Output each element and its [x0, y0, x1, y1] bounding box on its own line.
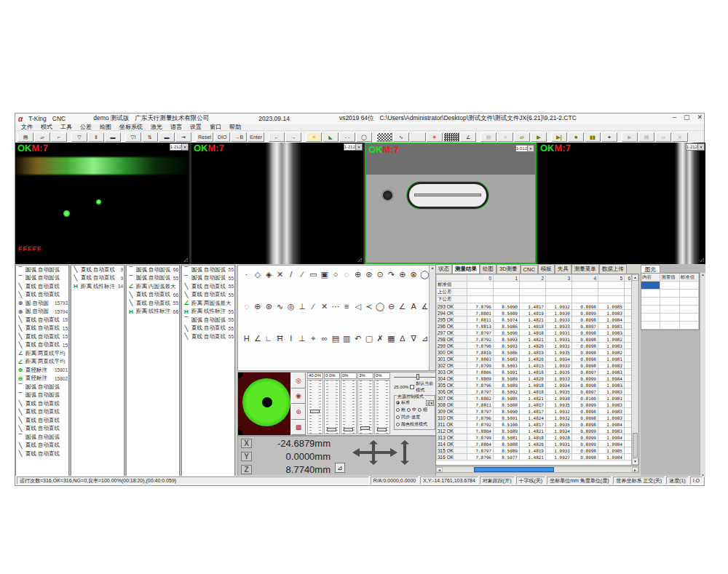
- measure-tool-icon[interactable]: Ħ: [274, 334, 285, 343]
- goto-end-button[interactable]: ⇥: [175, 132, 191, 142]
- table-vertical-scrollbar[interactable]: ▲ ▼: [631, 274, 638, 465]
- tools-button[interactable]: ✦: [601, 132, 617, 142]
- measure-item[interactable]: ╲直线自动直线66: [127, 291, 179, 300]
- measure-item[interactable]: ⊖直径标注15801: [16, 366, 68, 375]
- measure-tool-icon[interactable]: ◁: [352, 302, 363, 311]
- scrollbar-thumb[interactable]: [474, 467, 554, 472]
- element-row[interactable]: [641, 306, 699, 314]
- measure-item[interactable]: ╲直线自动直线: [16, 416, 68, 425]
- measure-item[interactable]: ╲直线自动直线: [16, 442, 68, 450]
- magnifier-button[interactable]: ◯: [356, 132, 372, 142]
- light-slider-thumb[interactable]: [377, 428, 387, 431]
- measure-tool-icon[interactable]: ≺: [363, 302, 374, 311]
- measure-item[interactable]: ╲直线自动直线15: [16, 316, 68, 324]
- light-slider-thumb[interactable]: [310, 410, 320, 413]
- measure-item[interactable]: ╲直线自动直线55: [182, 282, 234, 291]
- measure-tool-icon[interactable]: ◌: [341, 270, 352, 279]
- dio-button[interactable]: DIO: [214, 132, 230, 142]
- measure-tool-icon[interactable]: /: [285, 270, 296, 279]
- measure-item[interactable]: ⌒圆弧自动圆弧: [16, 274, 68, 283]
- probe-pair-button[interactable]: Ⅱ: [88, 132, 104, 142]
- result-row[interactable]: 301 OK7.88038.50831.48201.09340.80981.09…: [437, 356, 633, 362]
- jog-right-button[interactable]: →: [285, 132, 301, 142]
- measure-item[interactable]: H距离线性标注55: [182, 308, 234, 316]
- close-button[interactable]: ✕: [697, 113, 703, 121]
- tab-夹具[interactable]: 夹具: [555, 264, 571, 274]
- result-row[interactable]: 295 OK7.88118.50741.48211.09330.80981.09…: [437, 316, 633, 323]
- measure-tool-icon[interactable]: H: [241, 334, 252, 343]
- image-button[interactable]: ◣: [323, 132, 339, 142]
- measure-item[interactable]: ⌒圆弧自动圆弧55: [127, 274, 179, 283]
- result-row[interactable]: 299 OK7.87908.50931.48201.09310.80981.09…: [437, 343, 633, 349]
- crosshair-button[interactable]: - -: [339, 132, 355, 142]
- measure-item[interactable]: H距离线性标注66: [127, 308, 179, 316]
- measure-item[interactable]: ⊖直径标注15802: [16, 375, 68, 383]
- laser-button[interactable]: ✳: [427, 132, 443, 142]
- camera-view-1[interactable]: OKM:7 1-212▾ FFFFF ◿: [15, 143, 189, 264]
- level-radio[interactable]: [396, 408, 400, 412]
- measure-tool-icon[interactable]: ⊥: [296, 334, 307, 343]
- measure-item[interactable]: ∠距离两圆弧最大: [182, 299, 234, 308]
- measure-tool-icon[interactable]: ▥: [341, 334, 352, 343]
- menu-item-绘图[interactable]: 绘图: [100, 123, 111, 131]
- palette-scrollbar[interactable]: ▲: [429, 266, 435, 370]
- result-row[interactable]: 303 OK7.88068.50911.48181.09350.80971.09…: [437, 369, 633, 375]
- measure-item[interactable]: ⌒圆弧自动圆弧55: [182, 316, 234, 324]
- measure-item[interactable]: H距离线性标注34: [71, 282, 124, 291]
- resize-grip-icon[interactable]: ◿: [184, 257, 188, 263]
- result-row[interactable]: 296 OK7.88138.50861.48181.09330.80971.09…: [437, 323, 633, 330]
- goto-b-button[interactable]: →B: [231, 132, 247, 142]
- measure-tool-icon[interactable]: ∠: [397, 302, 408, 311]
- y-axis-button[interactable]: Y: [241, 452, 252, 461]
- measure-item[interactable]: ╲直线自动直线: [16, 450, 68, 458]
- light-slider[interactable]: 40.0%: [307, 372, 323, 435]
- result-row[interactable]: 309 OK7.87978.50901.48171.09320.80981.09…: [437, 408, 633, 415]
- measure-tool-icon[interactable]: ⊖: [386, 302, 397, 311]
- measure-tool-icon[interactable]: ⊕: [397, 270, 408, 279]
- result-row[interactable]: 315 OK7.87978.50891.48191.09330.80981.09…: [437, 447, 633, 454]
- blank-button[interactable]: [410, 132, 426, 142]
- measure-item[interactable]: ╲直线自动直线9: [71, 274, 124, 283]
- measure-item[interactable]: ∠距离内圆弧最大: [127, 282, 179, 291]
- measure-tool-icon[interactable]: ⊕: [352, 270, 363, 279]
- menu-item-坐标系统[interactable]: 坐标系统: [119, 123, 143, 131]
- measure-tool-icon[interactable]: ⊙: [375, 270, 386, 279]
- measure-item[interactable]: ⌒圆弧自动圆弧: [16, 391, 68, 400]
- measure-tool-icon[interactable]: ≡: [341, 302, 352, 311]
- result-row[interactable]: 307 OK7.88028.50851.48211.09300.81001.09…: [437, 395, 633, 402]
- result-row[interactable]: 306 OK7.87978.50921.48181.09350.80971.09…: [437, 388, 633, 395]
- color-cal-radio[interactable]: [396, 423, 400, 426]
- light-slider[interactable]: 0.0%: [324, 372, 340, 435]
- measure-tool-icon[interactable]: ◌: [241, 302, 252, 311]
- result-row[interactable]: 300 OK7.88108.50861.48191.09350.80981.09…: [437, 349, 633, 356]
- measure-tool-icon[interactable]: ⊥: [296, 302, 307, 311]
- measure-item[interactable]: ╲直线自动直线15: [16, 332, 68, 341]
- measure-tool-icon[interactable]: ↶: [352, 334, 363, 343]
- measure-item[interactable]: ╲直线自动直线55: [127, 299, 179, 308]
- measure-tool-icon[interactable]: ∟: [264, 334, 274, 343]
- z-jog-arrow[interactable]: [400, 440, 409, 465]
- measure-tool-icon[interactable]: ∕: [296, 270, 307, 279]
- pause-button[interactable]: ▮▮: [585, 132, 601, 142]
- result-row[interactable]: 314 OK7.88048.50881.48201.09310.80991.09…: [437, 441, 633, 447]
- camera-view-2[interactable]: OKM:7 1-212▾ ◿: [191, 143, 363, 264]
- reset-button[interactable]: Reset: [196, 132, 213, 142]
- menu-item-模式[interactable]: 模式: [41, 123, 52, 131]
- move-z-button[interactable]: ⇅: [142, 132, 158, 142]
- tab-数据上传[interactable]: 数据上传: [599, 264, 627, 274]
- sync-radio[interactable]: [396, 415, 400, 419]
- measure-tool-icon[interactable]: ⊛: [264, 302, 274, 311]
- measure-item[interactable]: ⌒圆弧自动圆弧: [16, 266, 68, 274]
- result-row[interactable]: 308 OK7.88118.50881.48171.09350.80991.09…: [437, 402, 633, 408]
- table-horizontal-scrollbar[interactable]: ◄ ►: [435, 466, 639, 473]
- tab-模板[interactable]: 模板: [538, 264, 555, 274]
- maximize-button[interactable]: ▢: [684, 113, 690, 121]
- measure-item[interactable]: ╲直线自动直线9: [71, 266, 124, 274]
- menu-item-设置[interactable]: 设置: [190, 123, 202, 131]
- stop-button[interactable]: ■: [568, 132, 584, 142]
- menu-item-帮助[interactable]: 帮助: [229, 123, 241, 131]
- resize-grip-icon[interactable]: ◿: [530, 255, 534, 261]
- probe-down-button[interactable]: ▽: [71, 132, 87, 142]
- measure-item[interactable]: ╲直线自动直线55: [182, 324, 234, 333]
- open-button[interactable]: ▱: [34, 132, 50, 142]
